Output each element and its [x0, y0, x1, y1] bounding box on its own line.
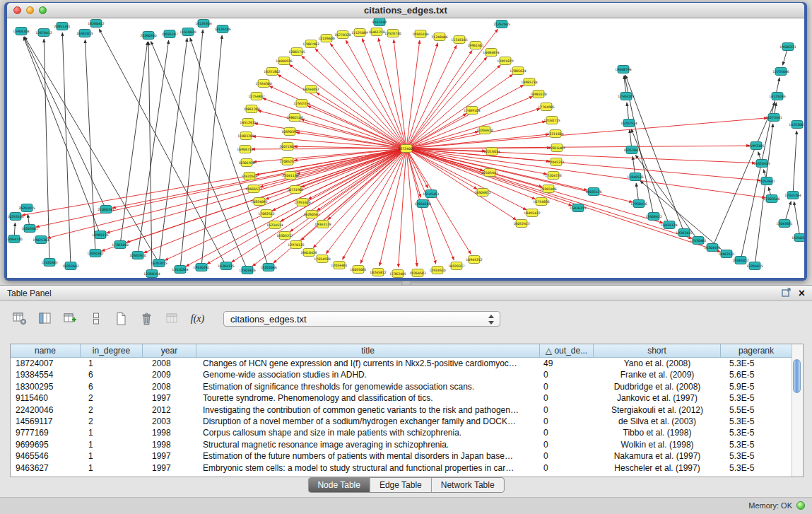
graph-node[interactable]: 14512675 — [240, 119, 256, 127]
scrollbar-thumb[interactable] — [793, 359, 801, 393]
citation-edge[interactable] — [151, 41, 247, 270]
graph-node[interactable]: 25260550 — [140, 32, 156, 40]
graph-node[interactable]: 16203461 — [21, 225, 37, 233]
graph-node[interactable]: 19343178 — [314, 221, 331, 228]
citation-edge[interactable] — [294, 146, 406, 148]
graph-node[interactable]: 26203915 — [18, 204, 35, 212]
graph-node[interactable]: 10945212 — [466, 256, 482, 264]
graph-node[interactable]: 19565496 — [540, 185, 556, 193]
citation-edge[interactable] — [793, 131, 796, 195]
citation-edge[interactable] — [25, 37, 159, 263]
citation-edge[interactable] — [313, 148, 406, 247]
graph-node[interactable]: 11510620 — [180, 28, 196, 36]
graph-node[interactable]: 19506231 — [779, 43, 796, 51]
graph-canvas[interactable]: 1872400716251802175543001275485719861208… — [7, 18, 804, 278]
citation-edge[interactable] — [406, 65, 500, 148]
graph-node[interactable]: 12924510 — [429, 267, 445, 274]
graph-node[interactable]: 16342015 — [76, 30, 93, 37]
citation-edge[interactable] — [302, 56, 406, 148]
graph-node[interactable]: 17081983 — [302, 40, 319, 48]
graph-node[interactable]: 13064120 — [7, 235, 23, 243]
graph-node[interactable]: 16260541 — [303, 211, 319, 218]
column-header-pagerank[interactable]: pagerank — [721, 344, 792, 358]
graph-node[interactable]: 17554300 — [255, 80, 271, 88]
zoom-window-button[interactable] — [39, 6, 47, 14]
graph-node[interactable]: 16906712 — [237, 146, 253, 153]
graph-node[interactable]: 17552314 — [293, 100, 310, 107]
graph-node[interactable]: 15203046 — [260, 264, 276, 271]
table-row[interactable]: 946362711997Embryonic stem cells: a mode… — [11, 462, 792, 474]
graph-node[interactable]: 16504812 — [474, 189, 490, 197]
citation-edge[interactable] — [406, 118, 767, 148]
column-header-title[interactable]: title — [196, 344, 540, 358]
citation-edge[interactable] — [406, 146, 750, 148]
graph-node[interactable]: 16461218 — [368, 28, 384, 36]
citation-edge[interactable] — [62, 33, 71, 266]
column-header-in_degree[interactable]: in_degree — [81, 344, 143, 358]
close-panel-icon[interactable]: × — [799, 288, 805, 298]
graph-node[interactable]: 12520730 — [384, 30, 401, 37]
column-header-year[interactable]: year — [143, 344, 196, 358]
graph-node[interactable]: 12226608 — [318, 35, 334, 42]
graph-node[interactable]: 12034461 — [331, 262, 347, 269]
graph-node[interactable]: 19648794 — [615, 66, 631, 74]
graph-node[interactable]: 17085251 — [279, 158, 295, 165]
graph-node[interactable]: 20071803 — [279, 143, 295, 151]
graph-node[interactable]: 16035124 — [661, 221, 677, 229]
graph-node[interactable]: 15905135 — [92, 231, 108, 239]
graph-node[interactable]: 10532610 — [129, 252, 146, 259]
citation-edge[interactable] — [406, 148, 477, 189]
citation-edge[interactable] — [36, 148, 406, 227]
graph-node[interactable]: 12970135 — [288, 241, 304, 249]
graph-node[interactable]: 16305217 — [276, 232, 293, 240]
graph-node[interactable]: 10731902 — [287, 186, 303, 194]
graph-node[interactable]: 21352045 — [493, 21, 510, 28]
citation-edge[interactable] — [406, 109, 540, 148]
table-row[interactable]: 2242004622012Investigating the contribut… — [11, 404, 792, 416]
graph-node[interactable]: 16251802 — [264, 68, 280, 76]
table-row[interactable]: 969969511998Structural magnetic resonanc… — [11, 439, 792, 450]
citation-edge[interactable] — [794, 201, 800, 238]
graph-node[interactable]: 17951624 — [294, 199, 310, 206]
graph-node[interactable]: 14253061 — [789, 121, 804, 129]
graph-node[interactable]: 19025364 — [33, 236, 49, 244]
table-mode-icon[interactable] — [10, 310, 29, 327]
import-table-icon[interactable] — [163, 310, 182, 327]
graph-node[interactable]: 16052413 — [513, 220, 529, 228]
graph-node[interactable]: 11040536 — [627, 173, 643, 181]
graph-node[interactable]: 22105441 — [481, 169, 498, 177]
graph-node[interactable]: 18410426 — [300, 249, 317, 257]
graph-node[interactable]: 18035126 — [585, 188, 601, 196]
tab-edge-table[interactable]: Edge Table — [370, 478, 431, 492]
graph-node[interactable]: 19530241 — [193, 264, 209, 271]
citation-edge[interactable] — [85, 40, 95, 253]
column-header-short[interactable]: short — [594, 344, 721, 358]
vertical-scrollbar[interactable] — [792, 344, 803, 477]
citation-edge[interactable] — [346, 40, 406, 148]
graph-node[interactable]: 15906204 — [13, 28, 29, 35]
graph-node[interactable]: 22045311 — [548, 158, 564, 166]
graph-node[interactable]: 17489104 — [464, 107, 480, 115]
new-table-icon[interactable] — [112, 310, 131, 327]
graph-node[interactable]: 17930416 — [630, 200, 647, 208]
graph-node[interactable]: 12360154 — [143, 270, 160, 278]
graph-node[interactable]: 19862108 — [286, 114, 302, 122]
citation-edge[interactable] — [406, 45, 457, 148]
graph-node[interactable]: 13211604 — [547, 130, 563, 138]
citation-edge[interactable] — [406, 122, 546, 148]
graph-node[interactable]: 16204531 — [704, 244, 720, 252]
citation-edge[interactable] — [406, 57, 487, 148]
graph-node[interactable]: 19565104 — [412, 30, 428, 38]
graph-node[interactable]: 19961501 — [467, 42, 483, 49]
graph-node[interactable]: 17203450 — [112, 241, 128, 249]
graph-node[interactable]: 12043651 — [776, 220, 792, 228]
graph-node[interactable]: 17363405 — [389, 270, 406, 278]
citation-edge[interactable] — [406, 148, 516, 220]
citation-edge[interactable] — [262, 98, 406, 148]
graph-node[interactable]: 19264503 — [409, 269, 425, 277]
citation-edge[interactable] — [24, 37, 106, 209]
graph-node[interactable]: 12160715 — [543, 117, 560, 124]
graph-node[interactable]: 12670412 — [35, 29, 52, 37]
network-graph[interactable]: 1872400716251802175543001275485719861208… — [7, 18, 804, 278]
graph-node[interactable]: 12670514 — [241, 173, 257, 180]
